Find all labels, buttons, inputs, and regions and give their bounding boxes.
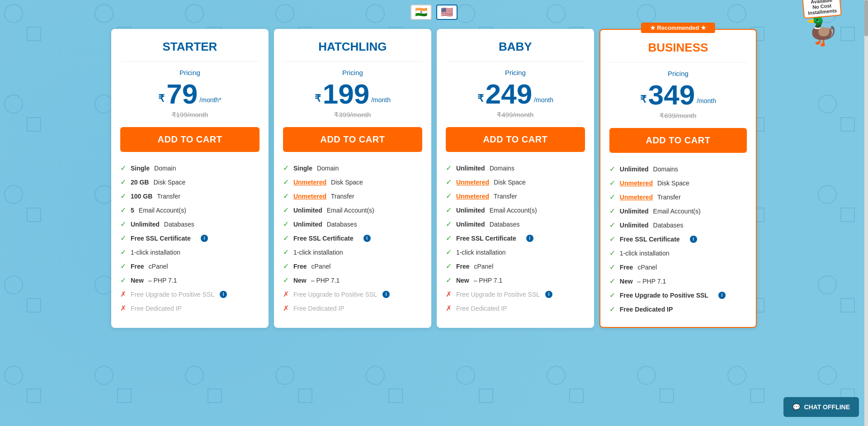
plan-name-hatchling: HATCHLING — [283, 40, 422, 62]
feature-item: ✓Unmetered Disk Space — [283, 175, 422, 189]
scrollbar-thumb[interactable] — [864, 0, 868, 36]
check-icon: ✓ — [446, 164, 452, 172]
feature-bold: Free SSL Certificate — [456, 235, 516, 242]
check-icon: ✓ — [120, 164, 126, 172]
usa-flag-button[interactable]: 🇺🇸 — [436, 5, 458, 20]
feature-item: ✓Unmetered Disk Space — [609, 176, 747, 190]
feature-text: 1-click installation — [456, 249, 506, 256]
chat-icon: 💬 — [793, 403, 800, 411]
check-icon: ✓ — [283, 276, 289, 284]
check-icon: ✓ — [283, 206, 289, 214]
mascot-area: AvailableNo CostInstallments 🦆 — [803, 0, 841, 47]
original-price-hatchling: ₹399/month — [283, 111, 422, 119]
price-amount-hatchling: 199 — [323, 80, 369, 108]
check-icon: ✓ — [609, 235, 615, 243]
info-icon[interactable]: i — [382, 291, 390, 298]
feature-item: ✓Free cPanel — [283, 259, 422, 273]
feature-text: – PHP 7.1 — [637, 278, 666, 285]
feature-text: Free Upgrade to Positive SSL — [131, 291, 214, 298]
scrollbar[interactable] — [864, 0, 868, 426]
feature-bold: Free SSL Certificate — [620, 236, 680, 243]
plans-container: STARTERPricing ₹ 79 /month* ₹199/monthAD… — [99, 29, 769, 328]
chat-offline-button[interactable]: 💬 CHAT OFFLINE — [783, 397, 859, 417]
check-icon: ✓ — [120, 248, 126, 256]
feature-item: ✓20 GB Disk Space — [120, 175, 259, 189]
feature-item: ✓5 Email Account(s) — [120, 203, 259, 217]
add-to-cart-starter[interactable]: ADD TO CART — [120, 127, 259, 152]
check-icon: ✓ — [446, 192, 452, 200]
currency-starter: ₹ — [158, 93, 165, 104]
feature-link[interactable]: Unmetered — [293, 179, 326, 186]
feature-bold: Free Dedicated IP — [620, 306, 673, 313]
feature-item: ✓Unlimited Domains — [609, 162, 747, 176]
feature-text: Transfer — [657, 194, 681, 201]
info-icon[interactable]: i — [718, 292, 726, 299]
feature-item: ✓New – PHP 7.1 — [120, 273, 259, 287]
feature-item: ✓Unmetered Disk Space — [446, 175, 585, 189]
add-to-cart-hatchling[interactable]: ADD TO CART — [283, 127, 422, 152]
feature-bold: 20 GB — [131, 179, 149, 186]
feature-text: Databases — [164, 221, 194, 228]
check-icon: ✓ — [120, 220, 126, 228]
check-icon: ✓ — [120, 276, 126, 284]
feature-link[interactable]: Unmetered — [293, 193, 326, 200]
feature-bold: Unlimited — [456, 221, 485, 228]
feature-text: Transfer — [494, 193, 517, 200]
feature-text: Databases — [653, 222, 684, 229]
feature-item: ✓1-click installation — [609, 246, 747, 260]
info-icon[interactable]: i — [220, 291, 227, 298]
cross-icon: ✗ — [283, 290, 289, 298]
feature-bold: Unlimited — [456, 207, 485, 214]
currency-business: ₹ — [640, 94, 646, 105]
feature-text: Databases — [490, 221, 520, 228]
info-icon[interactable]: i — [201, 235, 208, 242]
pricing-label-baby: Pricing — [446, 69, 585, 76]
price-row-hatchling: ₹ 199 /month — [283, 80, 422, 108]
currency-hatchling: ₹ — [315, 93, 321, 104]
feature-text: Free Dedicated IP — [293, 305, 344, 312]
feature-item: ✓Unmetered Transfer — [283, 189, 422, 203]
feature-link[interactable]: Unmetered — [456, 179, 489, 186]
feature-item: ✓Free cPanel — [609, 260, 747, 274]
cross-icon: ✗ — [120, 290, 126, 298]
feature-bold: Free — [456, 263, 470, 270]
feature-text: Disk Space — [657, 180, 689, 187]
feature-text: Domains — [490, 165, 514, 172]
check-icon: ✓ — [609, 305, 615, 313]
price-amount-business: 349 — [648, 81, 695, 109]
features-list-baby: ✓Unlimited Domains✓Unmetered Disk Space✓… — [446, 161, 585, 315]
price-period-business: /month — [697, 97, 716, 104]
feature-item: ✓1-click installation — [283, 245, 422, 259]
cross-icon: ✗ — [120, 304, 126, 312]
info-icon[interactable]: i — [545, 291, 552, 298]
pricing-label-business: Pricing — [609, 70, 747, 77]
feature-link[interactable]: Unmetered — [456, 193, 489, 200]
info-icon[interactable]: i — [526, 235, 533, 242]
info-icon[interactable]: i — [363, 235, 371, 242]
feature-text: Disk Space — [331, 179, 363, 186]
feature-text: cPanel — [311, 263, 331, 270]
feature-text: Email Account(s) — [653, 208, 701, 215]
feature-link[interactable]: Unmetered — [620, 180, 653, 187]
feature-bold: New — [456, 277, 469, 284]
feature-bold: New — [131, 277, 144, 284]
info-icon[interactable]: i — [690, 236, 697, 243]
feature-item: ✓1-click installation — [120, 245, 259, 259]
add-to-cart-baby[interactable]: ADD TO CART — [446, 127, 585, 152]
cross-icon: ✗ — [446, 304, 452, 312]
price-row-business: ₹ 349 /month — [609, 81, 747, 109]
feature-bold: Free Upgrade to Positive SSL — [620, 292, 708, 299]
india-flag-button[interactable]: 🇮🇳 — [410, 5, 432, 20]
check-icon: ✓ — [446, 206, 452, 214]
feature-bold: Free — [620, 264, 633, 271]
feature-text: Transfer — [157, 193, 180, 200]
check-icon: ✓ — [609, 207, 615, 215]
check-icon: ✓ — [120, 262, 126, 270]
feature-item: ✓Unlimited Databases — [446, 217, 585, 231]
feature-item: ✗Free Upgrade to Positive SSLi — [446, 287, 585, 301]
add-to-cart-business[interactable]: ADD TO CART — [609, 128, 747, 153]
feature-text: Email Account(s) — [490, 207, 537, 214]
check-icon: ✓ — [446, 220, 452, 228]
features-list-hatchling: ✓Single Domain✓Unmetered Disk Space✓Unme… — [283, 161, 422, 315]
feature-link[interactable]: Unmetered — [620, 194, 653, 201]
